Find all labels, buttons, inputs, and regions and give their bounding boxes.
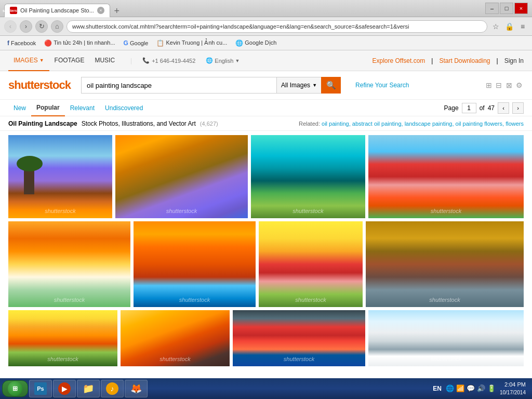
bookmark-star-icon[interactable]: ☆ (490, 21, 501, 32)
pagination: Page of 47 ‹ › (444, 102, 524, 114)
results-subtitle: Stock Photos, Illustrations, and Vector … (82, 120, 196, 127)
search-button[interactable]: 🔍 (321, 77, 341, 94)
start-downloading-link[interactable]: Start Downloading (439, 57, 490, 64)
settings-view-icon[interactable]: ⚙ (515, 80, 524, 90)
ss-right-nav: Explore Offset.com | Start Downloading |… (373, 57, 524, 64)
start-button[interactable]: ⊞ (2, 380, 28, 397)
shutterstock-logo: shutterstock (8, 78, 71, 92)
filter-tab-new[interactable]: New (8, 100, 31, 116)
wifi-icon[interactable]: 📶 (456, 384, 464, 392)
volume-icon[interactable]: 🔊 (477, 384, 485, 392)
forward-button[interactable]: › (20, 20, 32, 33)
maximize-button[interactable]: □ (500, 3, 513, 14)
nav-tab-images[interactable]: IMAGES ▼ (8, 50, 49, 71)
filter-tab-relevant[interactable]: Relevant (65, 100, 100, 116)
next-page-button[interactable]: › (512, 102, 524, 114)
related-abstract[interactable]: abstract oil painting, (352, 121, 403, 127)
refresh-button[interactable]: ↻ (35, 20, 48, 33)
search-input[interactable] (81, 77, 276, 94)
signin-link[interactable]: Sign In (504, 57, 524, 64)
battery-icon[interactable]: 🔋 (487, 384, 496, 392)
image-item-7[interactable]: shutterstock (259, 221, 363, 307)
home-button[interactable]: ⌂ (51, 20, 63, 33)
minimize-button[interactable]: – (485, 3, 499, 14)
bookmark-tintuc-label: Tin tức 24h | tin nhanh... (54, 39, 115, 46)
language-selector[interactable]: 🌐 English ▼ (206, 57, 240, 64)
bookmark-kevin[interactable]: 📋 Kevin Truong | Ảnh cu... (153, 38, 230, 48)
ss-search-bar: shutterstock All Images ▼ 🔍 Refine Your … (0, 71, 532, 100)
related-flowers[interactable]: oil painting flowers, (456, 121, 504, 127)
clock-time: 2:04 PM (500, 381, 526, 389)
prev-page-button[interactable]: ‹ (498, 102, 509, 114)
back-button[interactable]: ‹ (4, 20, 17, 33)
image-item-6[interactable]: shutterstock (134, 221, 256, 307)
filter-row: New Popular Relevant Undiscovered Page o… (0, 100, 532, 116)
search-type-dropdown[interactable]: All Images ▼ (276, 77, 321, 94)
active-tab[interactable]: shutterstock Oil Painting Landscape Sto.… (4, 4, 110, 17)
taskbar-apps: Ps ▶ 📁 ♪ 🦊 (29, 380, 148, 397)
bookmarks-bar: f Facebook 🔴 Tin tức 24h | tin nhanh... … (0, 36, 532, 50)
related-flowers2[interactable]: flowers (506, 121, 524, 127)
results-header: Oil Painting Landscape Stock Photos, Ill… (0, 116, 532, 131)
image-item-2[interactable]: shutterstock (115, 135, 248, 218)
shield-icon[interactable]: 🔒 (504, 21, 514, 32)
taskbar-app-firefox[interactable]: 🦊 (125, 380, 148, 397)
bookmark-google[interactable]: G Google (121, 38, 152, 48)
tintuc-icon: 🔴 (44, 39, 52, 47)
clock[interactable]: 2:04 PM 10/17/2014 (500, 381, 526, 396)
bookmark-facebook[interactable]: f Facebook (4, 38, 39, 48)
taskbar-app-photoshop[interactable]: Ps (29, 380, 52, 397)
bookmark-google-label: Google (130, 40, 148, 46)
file-manager-icon: 📁 (82, 382, 95, 395)
taskbar-app-files[interactable]: 📁 (77, 380, 100, 397)
bookmark-googledich[interactable]: 🌐 Google Dịch (232, 38, 280, 48)
image-item-12[interactable]: shutterstock (368, 310, 524, 366)
compact-view-icon[interactable]: ⊠ (505, 80, 513, 90)
taskbar-app-media[interactable]: ▶ (53, 380, 76, 397)
view-options: ⊞ ⊟ ⊠ ⚙ (485, 81, 524, 89)
taskbar-app-grooveshark[interactable]: ♪ (101, 380, 124, 397)
tab-area: shutterstock Oil Painting Landscape Sto.… (4, 0, 485, 17)
related-landscape[interactable]: landscape painting, (405, 121, 454, 127)
photoshop-icon: Ps (34, 382, 47, 395)
tab-title: Oil Painting Landscape Sto... (20, 7, 94, 14)
list-view-icon[interactable]: ⊟ (495, 80, 503, 90)
image-item-3[interactable]: shutterstock (251, 135, 365, 218)
kevin-icon: 📋 (156, 39, 164, 47)
results-count: (4,627) (200, 121, 218, 127)
network-icon[interactable]: 🌐 (446, 384, 454, 392)
media-player-icon: ▶ (58, 382, 71, 395)
address-icons: ☆ 🔒 ≡ (490, 21, 528, 32)
phone-number: 📞 +1 646-419-4452 (142, 57, 195, 64)
image-item-11[interactable]: shutterstock (233, 310, 365, 366)
bookmark-tintuc[interactable]: 🔴 Tin tức 24h | tin nhanh... (41, 38, 118, 48)
image-item-9[interactable]: shutterstock (8, 310, 117, 366)
nav-tab-footage[interactable]: FOOTAGE (49, 50, 90, 71)
tab-close-button[interactable]: × (97, 7, 104, 14)
close-button[interactable]: × (514, 3, 528, 14)
address-input[interactable] (66, 20, 487, 33)
grid-view-icon[interactable]: ⊞ (485, 80, 493, 90)
image-item-10[interactable]: shutterstock (121, 310, 230, 366)
refine-search-link[interactable]: Refine Your Search (355, 82, 409, 89)
settings-icon[interactable]: ≡ (517, 21, 528, 32)
clock-date: 10/17/2014 (500, 389, 526, 396)
image-item-5[interactable]: shutterstock (8, 221, 130, 307)
image-row-1: shutterstock shutterstock shutterstock s… (8, 135, 524, 218)
title-bar: shutterstock Oil Painting Landscape Sto.… (0, 0, 532, 17)
filter-tab-undiscovered[interactable]: Undiscovered (100, 100, 148, 116)
lang-arrow-icon: ▼ (235, 58, 240, 63)
image-item-1[interactable]: shutterstock (8, 135, 112, 218)
related-oil-painting[interactable]: oil painting, (322, 121, 351, 127)
new-tab-button[interactable]: + (110, 6, 124, 17)
image-item-8[interactable]: shutterstock (366, 221, 524, 307)
message-icon[interactable]: 💬 (467, 384, 475, 392)
language-indicator: EN (433, 385, 442, 392)
google-icon: G (124, 39, 128, 47)
explore-offset-link[interactable]: Explore Offset.com (373, 57, 425, 64)
image-item-4[interactable]: shutterstock (368, 135, 524, 218)
nav-tab-music[interactable]: MUSIC (89, 50, 120, 71)
bookmark-kevin-label: Kevin Truong | Ảnh cu... (166, 39, 227, 46)
filter-tab-popular[interactable]: Popular (31, 100, 65, 116)
page-number-input[interactable] (462, 103, 476, 113)
